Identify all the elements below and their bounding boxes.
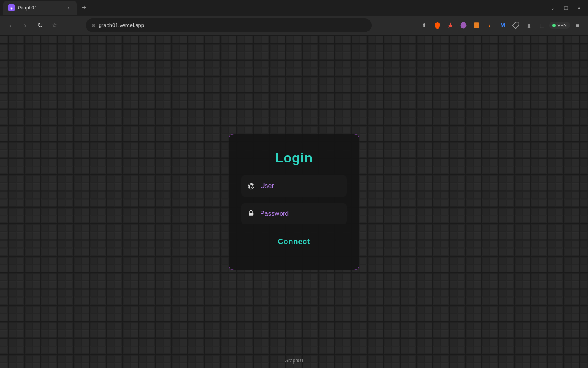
username-input[interactable] — [260, 182, 341, 190]
bookmark-button[interactable]: ☆ — [49, 20, 60, 31]
security-icon: ⊕ — [91, 22, 96, 28]
footer-text: Graph01 — [285, 358, 304, 364]
tab-right-controls: ⌄ □ × — [547, 2, 585, 13]
tab-title: Graph01 — [18, 5, 62, 11]
extension-3-icon[interactable]: / — [484, 20, 495, 31]
extension-5-icon[interactable] — [510, 20, 521, 31]
extension-4-icon[interactable]: M — [497, 20, 508, 31]
svg-rect-2 — [474, 22, 480, 28]
svg-point-1 — [461, 22, 467, 28]
password-wrapper — [241, 203, 347, 224]
brave-rewards-icon[interactable] — [445, 20, 456, 31]
maximize-button[interactable]: □ — [560, 2, 572, 13]
share-icon[interactable]: ⬆ — [419, 20, 430, 31]
new-tab-button[interactable]: + — [78, 2, 90, 13]
vpn-label: VPN — [557, 23, 567, 28]
forward-button[interactable]: › — [20, 20, 31, 31]
login-title: Login — [275, 150, 313, 166]
input-group: @ — [241, 175, 347, 224]
tab-close-button[interactable]: × — [65, 4, 72, 11]
tab-bar: ◈ Graph01 × + ⌄ □ × — [0, 0, 588, 16]
active-tab[interactable]: ◈ Graph01 × — [3, 1, 77, 15]
extension-2-icon[interactable] — [471, 20, 482, 31]
tab-favicon: ◈ — [8, 4, 15, 11]
page-footer: Graph01 — [285, 358, 304, 364]
reload-button[interactable]: ↻ — [34, 20, 46, 31]
brave-shield-icon[interactable] — [432, 20, 443, 31]
login-card: Login @ Connect — [229, 134, 359, 270]
vpn-badge[interactable]: VPN — [549, 22, 570, 29]
close-window-button[interactable]: × — [573, 2, 585, 13]
sidebar-toggle-icon[interactable]: ▥ — [523, 20, 535, 31]
minimize-button[interactable]: ⌄ — [547, 2, 559, 13]
url-text: graph01.vercel.app — [99, 22, 366, 28]
vpn-status-dot — [552, 24, 556, 27]
address-bar: ‹ › ↻ ☆ ⊕ graph01.vercel.app ⬆ / M — [0, 16, 588, 35]
browser-chrome: ◈ Graph01 × + ⌄ □ × ‹ › ↻ ☆ ⊕ graph01.ve… — [0, 0, 588, 36]
username-wrapper: @ — [241, 175, 347, 197]
connect-button[interactable]: Connect — [268, 234, 320, 249]
svg-rect-18 — [249, 213, 254, 216]
back-button[interactable]: ‹ — [5, 20, 16, 31]
toolbar-icons: ⬆ / M ▥ ◫ VPN ≡ — [419, 20, 583, 31]
menu-icon[interactable]: ≡ — [572, 20, 583, 31]
page-content: Login @ Connect Graph01 — [0, 36, 588, 368]
svg-marker-0 — [448, 22, 453, 28]
extension-1-icon[interactable] — [458, 20, 469, 31]
wallet-icon[interactable]: ◫ — [536, 20, 548, 31]
username-icon: @ — [247, 182, 255, 191]
url-bar[interactable]: ⊕ graph01.vercel.app — [86, 18, 372, 32]
password-icon — [247, 209, 255, 219]
password-input[interactable] — [260, 210, 341, 218]
